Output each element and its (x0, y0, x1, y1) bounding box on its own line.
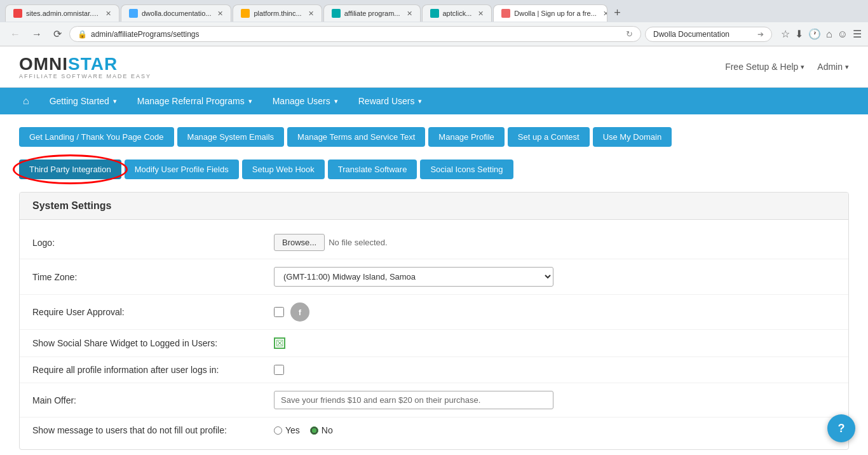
refresh-button[interactable]: ⟳ (50, 27, 65, 41)
emoji-icon[interactable]: ☺ (837, 29, 848, 40)
tab-close-3[interactable]: ✕ (308, 10, 314, 18)
logo-label: Logo: (32, 238, 274, 248)
tab-1[interactable]: sites.admin.omnistar.c... ✕ (5, 4, 119, 22)
back-button[interactable]: ← (6, 27, 24, 41)
tab-favicon-5 (430, 9, 439, 18)
logo-control: Browse... No file selected. (274, 234, 836, 251)
tab-bar: sites.admin.omnistar.c... ✕ dwolla.docum… (0, 0, 868, 22)
btn-landing-page[interactable]: Get Landing / Thank You Page Code (19, 127, 174, 147)
btn-setup-contest[interactable]: Set up a Contest (508, 127, 590, 147)
tab-close-5[interactable]: ✕ (478, 10, 484, 18)
btn-use-my-domain[interactable]: Use My Domain (593, 127, 672, 147)
settings-row-social-widget: Show Social Share Widget to Logged in Us… (20, 330, 848, 357)
manage-referral-chevron-icon: ▾ (248, 97, 252, 105)
help-button[interactable]: ? (827, 414, 855, 442)
header-nav: Free Setup & Help ▾ Admin ▾ (725, 62, 849, 72)
btn-modify-user-profile[interactable]: Modify User Profile Fields (125, 160, 239, 179)
social-widget-checked-icon[interactable]: ☒ (274, 337, 285, 349)
tab-close-1[interactable]: ✕ (105, 10, 111, 18)
search-value: Dwolla Documentation (653, 30, 754, 39)
btn-translate-software[interactable]: Translate Software (328, 160, 417, 179)
btn-third-party-integration[interactable]: Third Party Integration (19, 160, 121, 179)
tab-label-2: dwolla.documentatio... (142, 10, 211, 17)
home-nav-icon[interactable]: ⌂ (826, 29, 832, 40)
main-offer-label: Main Offer: (32, 395, 274, 405)
download-icon[interactable]: ⬇ (795, 28, 803, 40)
timezone-label: Time Zone: (32, 272, 274, 282)
help-chevron-icon: ▾ (801, 63, 804, 71)
lock-icon: 🔒 (78, 30, 87, 39)
radio-yes[interactable] (274, 426, 282, 435)
radio-no[interactable] (310, 426, 318, 435)
settings-row-profile-info: Require all profile information after us… (20, 357, 848, 383)
show-message-control: Yes No (274, 425, 836, 435)
address-url: admin/affiliatePrograms/settings (91, 30, 622, 39)
nav-manage-users-label: Manage Users (273, 96, 330, 106)
btn-third-party-wrapper: Third Party Integration (19, 160, 121, 179)
browser-chrome: sites.admin.omnistar.c... ✕ dwolla.docum… (0, 0, 868, 46)
tab-favicon-1 (13, 9, 22, 18)
radio-yes-label[interactable]: Yes (274, 425, 300, 435)
tab-3[interactable]: platform.thinc... ✕ (233, 4, 322, 22)
tab-label-3: platform.thinc... (254, 10, 301, 17)
reload-icon[interactable]: ↻ (626, 29, 633, 39)
timezone-control: (GMT-11:00) Midway Island, Samoa (274, 267, 836, 287)
search-bar[interactable]: Dwolla Documentation ➔ (645, 27, 772, 42)
tab-5[interactable]: aptclick... ✕ (422, 4, 492, 22)
home-icon: ⌂ (23, 95, 29, 107)
btn-manage-profile[interactable]: Manage Profile (428, 127, 504, 147)
nav-manage-referral[interactable]: Manage Referral Programs ▾ (127, 88, 262, 114)
social-widget-label: Show Social Share Widget to Logged in Us… (32, 338, 274, 348)
history-icon[interactable]: 🕐 (808, 28, 821, 40)
facebook-icon: f (290, 302, 309, 322)
tab-close-4[interactable]: ✕ (407, 10, 412, 18)
forward-button[interactable]: → (28, 27, 46, 41)
radio-no-label[interactable]: No (310, 425, 333, 435)
bookmark-icon[interactable]: ☆ (781, 28, 790, 40)
settings-row-timezone: Time Zone: (GMT-11:00) Midway Island, Sa… (20, 259, 848, 295)
settings-body: Logo: Browse... No file selected. Time Z… (20, 220, 848, 449)
help-label: Free Setup & Help (725, 62, 798, 72)
address-icons: ↻ (626, 29, 633, 39)
nav-reward-users[interactable]: Reward Users ▾ (348, 88, 433, 114)
tab-close-2[interactable]: ✕ (217, 10, 223, 18)
tab-2[interactable]: dwolla.documentatio... ✕ (121, 4, 231, 22)
admin-nav-item[interactable]: Admin ▾ (817, 62, 849, 72)
profile-info-control (274, 365, 836, 375)
user-approval-label: Require User Approval: (32, 307, 274, 317)
timezone-select[interactable]: (GMT-11:00) Midway Island, Samoa (274, 267, 553, 287)
btn-system-emails[interactable]: Manage System Emails (177, 127, 285, 147)
settings-title: System Settings (32, 200, 111, 211)
manage-users-chevron-icon: ▾ (334, 97, 338, 105)
btn-terms-service[interactable]: Manage Terms and Service Text (287, 127, 425, 147)
profile-info-label: Require all profile information after us… (32, 365, 274, 375)
user-approval-checkbox[interactable] (274, 307, 284, 317)
search-go-icon[interactable]: ➔ (757, 30, 764, 39)
btn-social-icons[interactable]: Social Icons Setting (420, 160, 513, 179)
menu-icon[interactable]: ☰ (853, 28, 862, 40)
tab-label-4: affiliate program... (344, 10, 400, 17)
main-offer-input[interactable] (274, 391, 553, 409)
tab-label-1: sites.admin.omnistar.c... (26, 10, 99, 17)
nav-getting-started[interactable]: Getting Started ▾ (39, 88, 127, 114)
tab-6[interactable]: Dwolla | Sign up for a fre... ✕ (493, 4, 607, 22)
nav-manage-referral-label: Manage Referral Programs (137, 96, 245, 106)
settings-card: System Settings Logo: Browse... No file … (19, 192, 849, 450)
btn-setup-webhook[interactable]: Setup Web Hook (242, 160, 325, 179)
tab-label-6: Dwolla | Sign up for a fre... (514, 10, 596, 17)
admin-label: Admin (817, 62, 843, 72)
profile-info-checkbox[interactable] (274, 365, 284, 375)
help-nav-item[interactable]: Free Setup & Help ▾ (725, 62, 804, 72)
nav-home[interactable]: ⌂ (13, 88, 39, 114)
new-tab-button[interactable]: + (609, 4, 626, 22)
tab-4[interactable]: affiliate program... ✕ (323, 4, 421, 22)
logo-sub: AFFILIATE SOFTWARE MADE EASY (19, 73, 151, 79)
radio-yes-text: Yes (285, 425, 300, 435)
browse-button[interactable]: Browse... (274, 234, 325, 251)
toolbar-icons: ☆ ⬇ 🕐 ⌂ ☺ ☰ (781, 28, 862, 40)
logo-text: OMNISTAR (19, 54, 151, 74)
logo-star: STAR (68, 54, 118, 74)
tab-close-6[interactable]: ✕ (603, 10, 608, 18)
address-bar[interactable]: 🔒 admin/affiliatePrograms/settings ↻ (69, 26, 641, 42)
nav-manage-users[interactable]: Manage Users ▾ (262, 88, 348, 114)
